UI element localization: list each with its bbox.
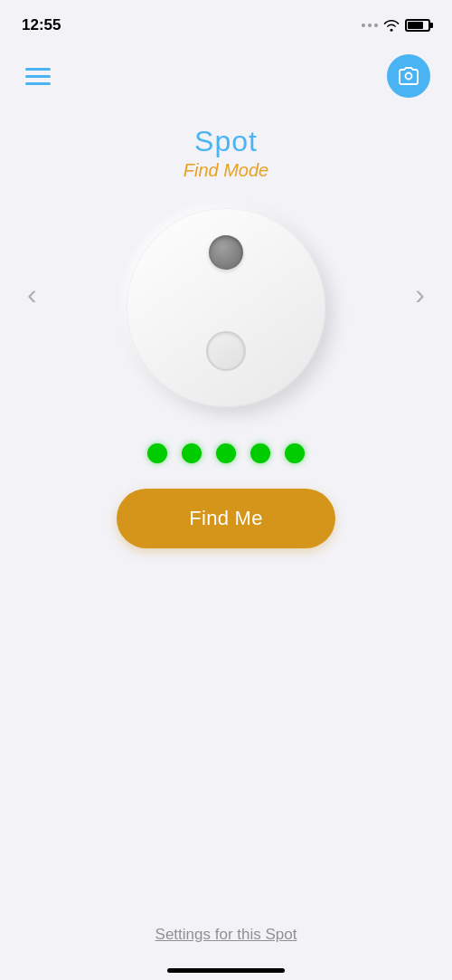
home-indicator — [167, 968, 285, 973]
hamburger-menu-button[interactable] — [22, 64, 54, 89]
header-nav — [0, 45, 452, 116]
hamburger-line-1 — [25, 68, 51, 71]
signal-indicator — [147, 443, 305, 463]
previous-device-button[interactable]: ‹ — [18, 269, 46, 320]
hamburger-line-2 — [25, 75, 51, 78]
status-bar: 12:55 — [0, 0, 452, 45]
camera-icon — [398, 65, 419, 87]
device-name-title: Spot — [194, 125, 258, 158]
main-content: Spot Find Mode ‹ › Find Me — [0, 116, 452, 548]
device-section: ‹ › — [72, 181, 380, 407]
signal-dot-5 — [285, 443, 305, 463]
next-device-button[interactable]: › — [406, 269, 434, 320]
signal-dot-4 — [250, 443, 270, 463]
device-sensor — [209, 235, 243, 270]
battery-icon — [405, 19, 430, 32]
signal-dot-3 — [216, 443, 236, 463]
device-illustration — [127, 208, 325, 407]
signal-dot-1 — [147, 443, 167, 463]
hamburger-line-3 — [25, 82, 51, 85]
svg-point-0 — [406, 73, 412, 80]
signal-dot-2 — [182, 443, 202, 463]
device-body — [127, 208, 325, 407]
wifi-icon — [383, 19, 400, 32]
signal-strength-icon — [362, 24, 378, 27]
status-time: 12:55 — [22, 16, 61, 34]
settings-link[interactable]: Settings for this Spot — [155, 926, 297, 944]
settings-link-text: Settings for this Spot — [155, 926, 297, 943]
device-action-button — [206, 331, 246, 371]
find-me-button[interactable]: Find Me — [117, 489, 335, 548]
status-icons — [362, 19, 430, 32]
device-mode-label: Find Mode — [184, 160, 269, 181]
camera-button[interactable] — [387, 54, 430, 98]
